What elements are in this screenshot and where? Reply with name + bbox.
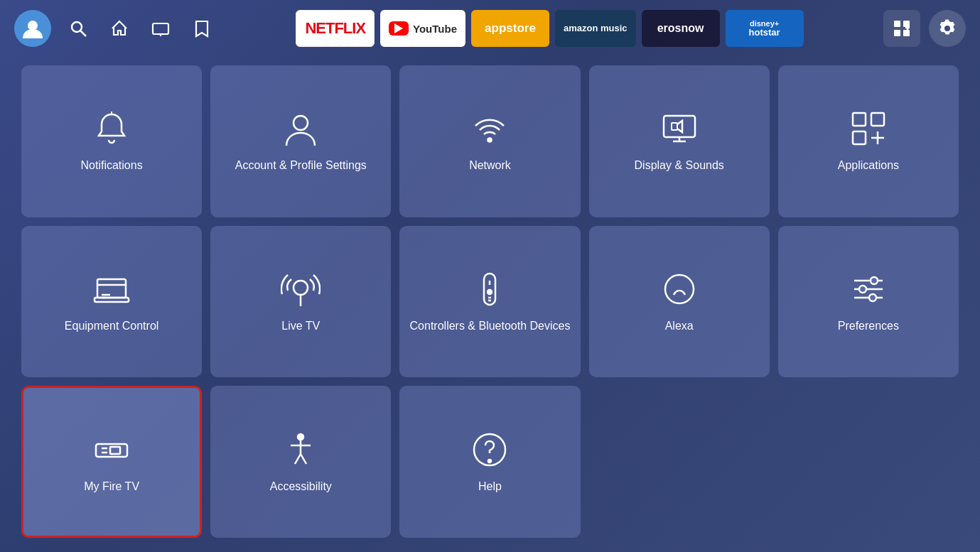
settings-controllers[interactable]: Controllers & Bluetooth Devices [399,226,580,378]
settings-applications[interactable]: Applications [778,65,959,217]
svg-rect-3 [153,23,168,34]
settings-help[interactable]: Help [399,386,580,538]
user-avatar[interactable] [14,10,51,47]
svg-rect-8 [894,30,900,36]
svg-point-43 [869,294,876,301]
grid-plus-icon [849,109,888,148]
settings-button[interactable] [929,10,966,47]
home-icon[interactable] [105,14,134,43]
settings-my-fire-tv[interactable]: My Fire TV [21,386,202,538]
svg-rect-22 [853,131,866,144]
alexa-label: Alexa [665,319,694,334]
wifi-icon [470,109,510,148]
monitor-icon [659,109,699,148]
netflix-button[interactable]: NETFLIX [296,10,375,47]
svg-point-42 [859,286,866,293]
svg-point-30 [294,281,308,295]
svg-point-1 [72,22,82,32]
svg-rect-29 [95,298,129,302]
hotstar-label: disney+ hotstar [749,20,780,37]
topbar-right [883,10,966,47]
accessibility-icon [281,430,321,470]
alexa-icon [659,269,699,309]
svg-rect-16 [664,116,695,137]
youtube-icon [389,21,409,36]
equipment-label: Equipment Control [65,319,159,334]
settings-network[interactable]: Network [399,65,580,217]
svg-rect-19 [672,123,677,130]
user-icon [281,109,321,148]
amazon-music-label: amazon music [564,23,628,34]
svg-rect-6 [894,21,900,27]
svg-rect-47 [110,447,120,454]
applications-label: Applications [838,158,899,173]
all-apps-button[interactable] [883,10,920,47]
erosnow-button[interactable]: erosnow [642,10,720,47]
network-label: Network [469,158,511,173]
settings-grid: Notifications Account & Profile Settings… [0,57,980,552]
firetv-icon [92,430,131,470]
preferences-label: Preferences [838,319,899,334]
remote-icon [470,269,510,309]
my-fire-tv-label: My Fire TV [84,480,139,494]
youtube-button[interactable]: YouTube [380,10,465,47]
search-icon[interactable] [64,14,92,43]
svg-point-52 [488,460,491,462]
svg-rect-7 [903,21,910,27]
display-label: Display & Sounds [635,158,724,173]
help-icon [470,430,510,470]
settings-accessibility[interactable]: Accessibility [210,386,391,538]
settings-account[interactable]: Account & Profile Settings [210,65,391,217]
live-tv-label: Live TV [281,319,320,334]
settings-display[interactable]: Display & Sounds [589,65,770,217]
equipment-icon [92,269,131,309]
account-label: Account & Profile Settings [235,158,367,173]
settings-alexa[interactable]: Alexa [589,226,770,378]
svg-point-41 [871,277,878,284]
svg-point-37 [665,275,694,303]
app-shortcuts: NETFLIX YouTube appstore amazon music er… [223,10,876,47]
topbar-left [14,10,216,47]
erosnow-label: erosnow [657,22,704,35]
svg-line-2 [81,31,87,37]
svg-point-12 [944,26,950,31]
settings-notifications[interactable]: Notifications [21,65,202,217]
tv-icon[interactable] [146,14,175,43]
netflix-label: NETFLIX [305,19,365,38]
svg-point-0 [28,21,38,31]
settings-preferences[interactable]: Preferences [778,226,959,378]
topbar: NETFLIX YouTube appstore amazon music er… [0,0,980,57]
controllers-label: Controllers & Bluetooth Devices [410,319,571,334]
appstore-label: appstore [485,21,536,36]
notifications-label: Notifications [81,158,143,173]
hotstar-button[interactable]: disney+ hotstar [726,10,804,47]
svg-point-48 [298,434,303,440]
settings-equipment[interactable]: Equipment Control [21,226,202,378]
svg-rect-44 [96,444,127,457]
accessibility-label: Accessibility [270,480,332,494]
settings-live-tv[interactable]: Live TV [210,226,391,378]
appstore-button[interactable]: appstore [471,10,549,47]
svg-rect-20 [853,113,866,126]
svg-point-34 [488,290,492,294]
amazon-music-button[interactable]: amazon music [555,10,636,47]
svg-rect-9 [903,30,910,36]
bell-icon [92,109,131,148]
svg-rect-21 [871,113,884,126]
svg-point-14 [294,116,308,130]
antenna-icon [281,269,321,309]
youtube-label: YouTube [413,23,457,35]
sliders-icon [849,269,888,309]
help-label: Help [478,480,502,494]
bookmark-icon[interactable] [188,14,216,43]
svg-point-15 [488,139,492,142]
